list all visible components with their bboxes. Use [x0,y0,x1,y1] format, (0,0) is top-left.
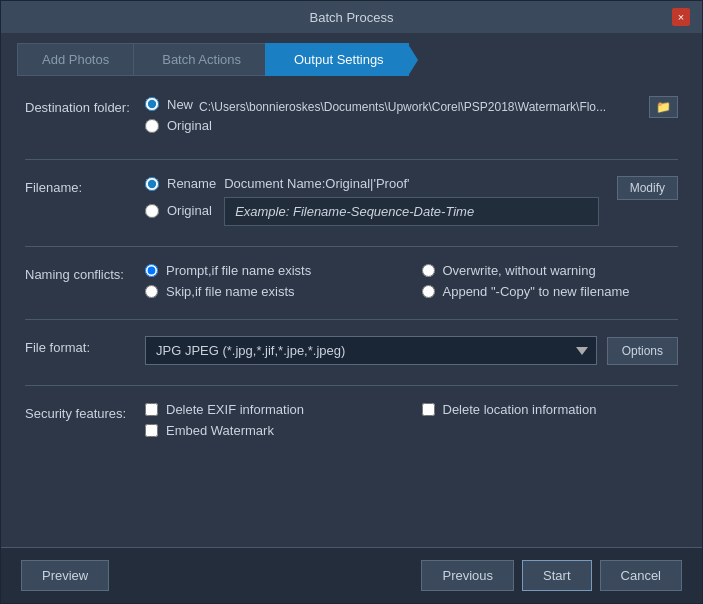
tab-batch-actions-label: Batch Actions [162,52,241,67]
delete-exif-checkbox[interactable] [145,403,158,416]
fileformat-content: JPG JPEG (*.jpg,*.jif,*.jpe,*.jpeg) PNG … [145,336,678,365]
filename-content: Rename Original Document Name:Original|'… [145,176,678,226]
naming-content: Prompt,if file name exists Overwrite, wi… [145,263,678,299]
naming-prompt-option: Prompt,if file name exists [145,263,402,278]
browse-folder-button[interactable]: 📁 [649,96,678,118]
destination-path: C:\Users\bonnieroskes\Documents\Upwork\C… [199,100,643,114]
format-select[interactable]: JPG JPEG (*.jpg,*.jif,*.jpe,*.jpeg) PNG … [145,336,597,365]
footer-left: Preview [21,560,109,591]
security-grid: Delete EXIF information Delete location … [145,402,678,438]
preview-button[interactable]: Preview [21,560,109,591]
filename-label: Filename: [25,176,145,197]
naming-label: Naming conflicts: [25,263,145,284]
destination-new-radio-row: New [145,97,193,112]
tab-output-settings[interactable]: Output Settings [265,43,409,76]
naming-overwrite-label: Overwrite, without warning [443,263,596,278]
security-section: Security features: Delete EXIF informati… [25,402,678,438]
destination-original-radio-row: Original [145,118,678,133]
folder-icon: 📁 [656,100,671,114]
tab-add-photos-label: Add Photos [42,52,109,67]
destination-section: Destination folder: New C:\Users\bonnier… [25,96,678,139]
filename-example: Example: Filename-Sequence-Date-Time [224,197,599,226]
destination-new-radio[interactable] [145,97,159,111]
rename-row: Rename Original Document Name:Original|'… [145,176,678,226]
naming-section: Naming conflicts: Prompt,if file name ex… [25,263,678,299]
filename-rename-radio-row: Rename [145,176,216,191]
destination-new-row: New C:\Users\bonnieroskes\Documents\Upwo… [145,96,678,118]
naming-overwrite-radio[interactable] [422,264,435,277]
cancel-button[interactable]: Cancel [600,560,682,591]
filename-value: Document Name:Original|'Proof' [224,176,599,191]
naming-prompt-label: Prompt,if file name exists [166,263,311,278]
filename-section: Filename: Rename Original [25,176,678,226]
options-button[interactable]: Options [607,337,678,365]
close-button[interactable]: × [672,8,690,26]
filename-rename-label: Rename [167,176,216,191]
wizard-tabs: Add Photos Batch Actions Output Settings [1,33,702,76]
naming-append-option: Append "-Copy" to new filename [422,284,679,299]
start-button[interactable]: Start [522,560,591,591]
embed-watermark-label: Embed Watermark [166,423,274,438]
delete-location-label: Delete location information [443,402,597,417]
rename-info-modify: Document Name:Original|'Proof' Example: … [224,176,678,226]
destination-label: Destination folder: [25,96,145,117]
modify-button[interactable]: Modify [617,176,678,200]
delete-exif-label: Delete EXIF information [166,402,304,417]
filename-original-radio[interactable] [145,204,159,218]
naming-skip-option: Skip,if file name exists [145,284,402,299]
security-content: Delete EXIF information Delete location … [145,402,678,438]
naming-append-radio[interactable] [422,285,435,298]
destination-original-radio[interactable] [145,119,159,133]
delete-location-checkbox[interactable] [422,403,435,416]
embed-watermark-row: Embed Watermark [145,423,402,438]
naming-overwrite-option: Overwrite, without warning [422,263,679,278]
fileformat-section: File format: JPG JPEG (*.jpg,*.jif,*.jpe… [25,336,678,365]
content-area: Destination folder: New C:\Users\bonnier… [1,76,702,547]
footer-right: Previous Start Cancel [421,560,682,591]
tab-add-photos[interactable]: Add Photos [17,43,134,76]
dialog-title: Batch Process [31,10,672,25]
file-format-row: JPG JPEG (*.jpg,*.jif,*.jpe,*.jpeg) PNG … [145,336,678,365]
delete-exif-row: Delete EXIF information [145,402,402,417]
naming-append-label: Append "-Copy" to new filename [443,284,630,299]
delete-location-row: Delete location information [422,402,679,417]
fileformat-label: File format: [25,336,145,357]
filename-radios: Rename Original [145,176,216,224]
naming-prompt-radio[interactable] [145,264,158,277]
rename-info: Document Name:Original|'Proof' Example: … [224,176,599,226]
security-label: Security features: [25,402,145,423]
naming-skip-radio[interactable] [145,285,158,298]
filename-rename-radio[interactable] [145,177,159,191]
naming-skip-label: Skip,if file name exists [166,284,295,299]
filename-original-label: Original [167,203,212,218]
filename-original-radio-row: Original [145,203,216,218]
batch-process-dialog: Batch Process × Add Photos Batch Actions… [0,0,703,604]
previous-button[interactable]: Previous [421,560,514,591]
destination-content: New C:\Users\bonnieroskes\Documents\Upwo… [145,96,678,139]
tab-output-settings-label: Output Settings [294,52,384,67]
naming-grid: Prompt,if file name exists Overwrite, wi… [145,263,678,299]
title-bar: Batch Process × [1,1,702,33]
tab-batch-actions[interactable]: Batch Actions [133,43,266,76]
destination-new-label: New [167,97,193,112]
destination-original-label: Original [167,118,212,133]
embed-watermark-checkbox[interactable] [145,424,158,437]
footer: Preview Previous Start Cancel [1,547,702,603]
